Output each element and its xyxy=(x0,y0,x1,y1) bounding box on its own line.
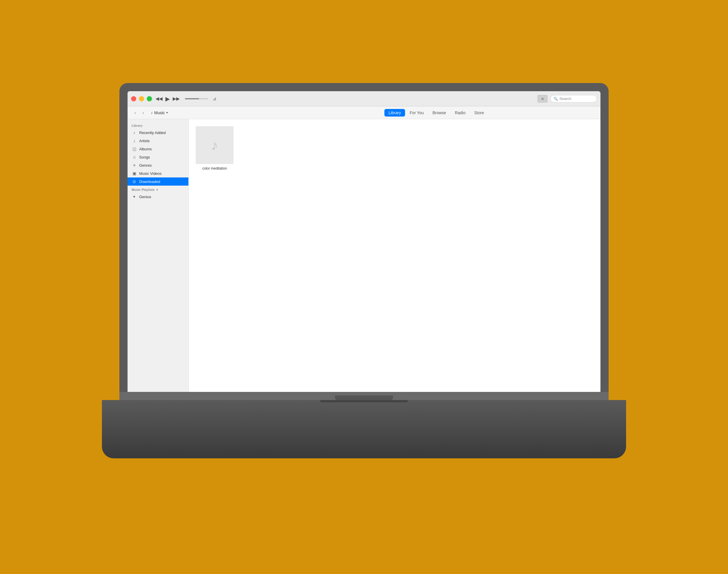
songs-label: Songs xyxy=(139,155,150,159)
album-art-music-note-icon: ♪ xyxy=(211,137,218,153)
sidebar-item-recently-added[interactable]: ♪ Recently Added xyxy=(128,128,188,137)
album-art: ♪ xyxy=(196,126,233,164)
music-videos-label: Music Videos xyxy=(139,171,162,176)
album-grid: ♪ color meditation xyxy=(196,126,593,170)
sidebar-item-songs[interactable]: ♫ Songs xyxy=(128,153,188,161)
play-icon: ▶ xyxy=(166,95,170,102)
music-selector-label: Music xyxy=(154,111,165,115)
sidebar-item-music-videos[interactable]: ▣ Music Videos xyxy=(128,169,188,177)
app-window: ◀◀ ▶ ▶▶ ⊿ xyxy=(128,91,600,392)
forward-arrow-icon: › xyxy=(143,111,144,115)
music-selector-dropdown[interactable]: ♪ Music ▾ xyxy=(151,111,168,115)
album-item[interactable]: ♪ color meditation xyxy=(196,126,233,170)
titlebar: ◀◀ ▶ ▶▶ ⊿ xyxy=(128,91,600,106)
playlists-section-header[interactable]: Music Playlists ▾ xyxy=(128,186,188,193)
laptop-container: ◀◀ ▶ ▶▶ ⊿ xyxy=(113,83,615,491)
back-arrow-button[interactable]: ‹ xyxy=(132,109,139,116)
rewind-icon: ◀◀ xyxy=(155,96,163,101)
music-note-small-icon: ♪ xyxy=(151,111,153,115)
library-section-label: Library xyxy=(128,122,188,128)
tab-radio[interactable]: Radio xyxy=(451,109,470,117)
laptop-bottom-groove xyxy=(320,400,408,402)
navbar: ‹ › ♪ Music ▾ Library For You xyxy=(128,106,600,119)
music-videos-icon: ▣ xyxy=(132,171,137,176)
recently-added-label: Recently Added xyxy=(139,130,166,135)
airplay-icon: ⊿ xyxy=(213,96,216,101)
airplay-button[interactable]: ⊿ xyxy=(211,95,218,102)
albums-icon: ◫ xyxy=(132,147,137,151)
tab-browse[interactable]: Browse xyxy=(428,109,450,117)
main-content: Library ♪ Recently Added ♩ Artists ◫ Alb… xyxy=(128,119,600,392)
albums-label: Albums xyxy=(139,147,152,151)
back-arrow-icon: ‹ xyxy=(135,111,136,115)
songs-icon: ♫ xyxy=(132,155,137,159)
list-view-button[interactable]: ≡ xyxy=(538,95,547,102)
volume-slider[interactable] xyxy=(185,98,208,99)
sidebar-item-genius[interactable]: ✦ Genius xyxy=(128,193,188,201)
genius-label: Genius xyxy=(139,195,151,199)
laptop-screen: ◀◀ ▶ ▶▶ ⊿ xyxy=(120,83,608,392)
downloaded-icon: ⊙ xyxy=(132,179,137,184)
playlists-chevron-icon: ▾ xyxy=(156,188,158,192)
recently-added-icon: ♪ xyxy=(132,130,137,135)
play-button[interactable]: ▶ xyxy=(166,95,170,102)
playback-controls: ◀◀ ▶ ▶▶ xyxy=(155,95,180,102)
minimize-button[interactable] xyxy=(139,96,144,101)
album-title: color meditation xyxy=(202,166,227,170)
genius-icon: ✦ xyxy=(132,194,137,199)
genres-icon: ≡ xyxy=(132,163,137,168)
laptop-hinge xyxy=(335,396,393,400)
traffic-lights xyxy=(131,96,152,101)
chevron-down-icon: ▾ xyxy=(166,111,168,114)
nav-tabs: Library For You Browse Radio Store xyxy=(384,109,488,117)
downloaded-label: Downloaded xyxy=(139,179,160,184)
artists-label: Artists xyxy=(139,139,150,143)
laptop-bottom xyxy=(102,400,626,458)
sidebar-item-genres[interactable]: ≡ Genres xyxy=(128,161,188,169)
tab-for-you[interactable]: For You xyxy=(406,109,428,117)
titlebar-right: ≡ 🔍 Search xyxy=(538,95,597,102)
nav-arrows: ‹ › xyxy=(132,109,147,116)
sidebar-item-downloaded[interactable]: ⊙ Downloaded xyxy=(128,177,188,186)
sidebar: Library ♪ Recently Added ♩ Artists ◫ Alb… xyxy=(128,119,189,392)
forward-button[interactable]: ▶▶ xyxy=(173,96,180,101)
laptop-base xyxy=(120,392,608,400)
close-button[interactable] xyxy=(131,96,136,101)
search-box[interactable]: 🔍 Search xyxy=(550,95,597,102)
sidebar-item-albums[interactable]: ◫ Albums xyxy=(128,145,188,153)
sidebar-item-artists[interactable]: ♩ Artists xyxy=(128,137,188,145)
rewind-button[interactable]: ◀◀ xyxy=(155,96,163,101)
playlists-section-label: Music Playlists xyxy=(132,188,154,192)
search-icon: 🔍 xyxy=(554,97,558,101)
genres-label: Genres xyxy=(139,163,152,168)
maximize-button[interactable] xyxy=(147,96,152,101)
tab-store[interactable]: Store xyxy=(470,109,488,117)
list-icon: ≡ xyxy=(541,96,544,101)
search-placeholder-text: Search xyxy=(559,96,571,101)
artists-icon: ♩ xyxy=(132,138,137,143)
forward-icon: ▶▶ xyxy=(173,96,180,101)
forward-arrow-button[interactable]: › xyxy=(140,109,147,116)
tab-library[interactable]: Library xyxy=(384,109,405,117)
content-area: ♪ color meditation xyxy=(189,119,600,392)
